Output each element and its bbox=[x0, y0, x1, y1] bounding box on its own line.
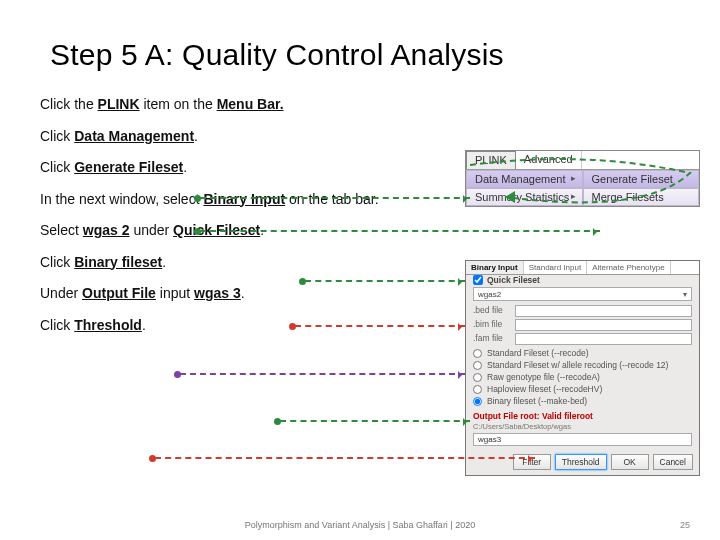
tab-alternate-phenotype[interactable]: Alternate Phenotype bbox=[587, 261, 671, 274]
output-file-input[interactable]: wgas3 bbox=[473, 433, 692, 446]
fam-field[interactable] bbox=[515, 333, 692, 345]
arrow-binary-fileset bbox=[180, 373, 465, 375]
menu-summary-statistics[interactable]: Summary Statistics bbox=[466, 188, 583, 206]
radio-binary[interactable] bbox=[473, 397, 482, 406]
fam-label: .fam file bbox=[473, 333, 511, 345]
radio-standard[interactable] bbox=[473, 349, 482, 358]
bed-label: .bed file bbox=[473, 305, 511, 317]
quick-fileset-select[interactable]: wgas2 bbox=[473, 287, 692, 301]
quick-fileset-checkbox[interactable] bbox=[473, 275, 483, 285]
bim-field[interactable] bbox=[515, 319, 692, 331]
bullet-8: Click Threshold. bbox=[40, 317, 440, 335]
menu-plink[interactable]: PLINK bbox=[466, 151, 516, 169]
dialog-screenshot: Binary Input Standard Input Alternate Ph… bbox=[465, 260, 700, 476]
bullet-5: Select wgas 2 under Quick Fileset. bbox=[40, 222, 440, 240]
menu-data-management[interactable]: Data Management bbox=[466, 170, 583, 188]
footer-text: Polymorphism and Variant Analysis | Saba… bbox=[0, 520, 720, 530]
tab-binary-input[interactable]: Binary Input bbox=[466, 261, 524, 274]
bullet-3: Click Generate Fileset. bbox=[40, 159, 440, 177]
bullet-2: Click Data Management. bbox=[40, 128, 440, 146]
bullet-4: In the next window, select Binary Input … bbox=[40, 191, 440, 209]
bullet-6: Click Binary fileset. bbox=[40, 254, 440, 272]
radio-haploview[interactable] bbox=[473, 385, 482, 394]
arrow-wgas3 bbox=[280, 420, 470, 422]
instruction-list: Click the PLINK item on the Menu Bar. Cl… bbox=[40, 96, 440, 334]
filter-button[interactable]: Filter bbox=[513, 454, 551, 470]
page-title: Step 5 A: Quality Control Analysis bbox=[50, 38, 690, 72]
bed-field[interactable] bbox=[515, 305, 692, 317]
menu-advanced[interactable]: Advanced bbox=[516, 151, 582, 169]
tab-standard-input[interactable]: Standard Input bbox=[524, 261, 587, 274]
output-file-label: Output File root: Valid fileroot bbox=[466, 407, 699, 422]
bullet-1: Click the PLINK item on the Menu Bar. bbox=[40, 96, 440, 114]
cancel-button[interactable]: Cancel bbox=[653, 454, 693, 470]
radio-raw[interactable] bbox=[473, 373, 482, 382]
menu-merge-filesets[interactable]: Merge Filesets bbox=[583, 188, 700, 206]
quick-fileset-label: Quick Fileset bbox=[487, 275, 540, 285]
output-path: C:/Users/Saba/Desktop/wgas bbox=[466, 422, 699, 431]
page-number: 25 bbox=[680, 520, 690, 530]
ok-button[interactable]: OK bbox=[611, 454, 649, 470]
threshold-button[interactable]: Threshold bbox=[555, 454, 607, 470]
radio-standard-allele[interactable] bbox=[473, 361, 482, 370]
menu-screenshot: PLINK Advanced Data Management Generate … bbox=[465, 150, 700, 207]
menu-generate-fileset[interactable]: Generate Fileset bbox=[583, 170, 700, 188]
bim-label: .bim file bbox=[473, 319, 511, 331]
bullet-7: Under Output File input wgas 3. bbox=[40, 285, 440, 303]
